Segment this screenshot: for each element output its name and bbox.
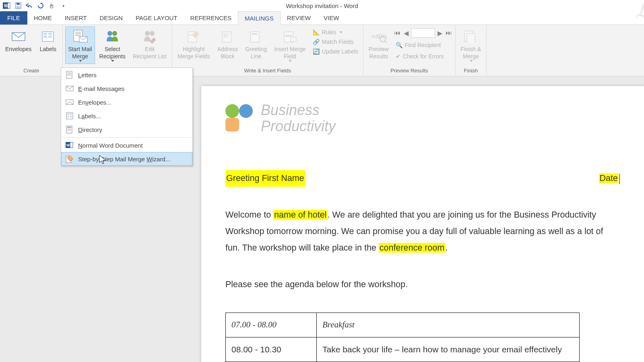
tab-design[interactable]: DESIGN xyxy=(93,11,129,25)
wizard-icon xyxy=(65,154,74,163)
greeting-line-label: Greeting Line xyxy=(245,45,267,60)
envelopes-dd-icon xyxy=(65,98,74,107)
paragraph-1[interactable]: Welcome to name of hotel. We are delight… xyxy=(225,207,620,256)
svg-text:W: W xyxy=(66,143,70,147)
svg-rect-27 xyxy=(250,32,259,42)
dd-email-label: E-mail Messages xyxy=(78,85,124,92)
record-number-input[interactable] xyxy=(411,28,435,38)
envelopes-button[interactable]: Envelopes xyxy=(2,27,34,55)
agenda-table[interactable]: 07.00 - 08.00Breakfast 08.00 - 10.30Take… xyxy=(225,313,580,362)
start-mail-merge-icon xyxy=(72,29,88,45)
hotel-placeholder[interactable]: name of hotel xyxy=(273,210,327,220)
separator xyxy=(62,137,192,138)
word-icon[interactable]: W xyxy=(2,1,12,10)
agenda-item[interactable]: Breakfast xyxy=(317,313,580,337)
svg-rect-44 xyxy=(67,113,69,115)
tab-view[interactable]: VIEW xyxy=(317,11,345,25)
group-create: Envelopes Labels Create xyxy=(0,25,63,76)
tab-insert[interactable]: INSERT xyxy=(58,11,93,25)
svg-rect-15 xyxy=(75,35,81,36)
svg-rect-46 xyxy=(67,116,69,117)
tab-home[interactable]: HOME xyxy=(27,11,58,25)
dd-email[interactable]: E-mail Messages xyxy=(61,82,192,95)
logo: Business Productivity xyxy=(225,102,620,134)
svg-rect-9 xyxy=(48,33,52,35)
table-row[interactable]: 08.00 - 10.30Take back your life – learn… xyxy=(226,337,580,362)
dd-letters[interactable]: Letters xyxy=(61,68,192,82)
match-fields-label: Match Fields xyxy=(322,39,354,45)
svg-rect-11 xyxy=(48,36,52,38)
dd-directory[interactable]: Directory xyxy=(61,123,192,136)
table-row[interactable]: 07.00 - 08.00Breakfast xyxy=(226,313,580,337)
agenda-item[interactable]: Take back your life – learn how to manag… xyxy=(317,337,580,362)
insert-merge-field-label: Insert Merge Field xyxy=(274,45,306,60)
logo-line2: Productivity xyxy=(261,118,336,134)
prev-record-icon: ◀ xyxy=(402,29,410,37)
rules-label: Rules xyxy=(322,29,336,35)
record-navigation: ⏮ ◀ ▶ ⏭ xyxy=(393,28,453,38)
start-mail-merge-button[interactable]: Start Mail Merge xyxy=(65,27,95,64)
touch-mode-icon[interactable] xyxy=(47,1,57,10)
envelope-icon xyxy=(10,29,27,45)
dd-labels-label: Labels... xyxy=(78,113,101,119)
labels-button[interactable]: Labels xyxy=(36,27,60,55)
date-placeholder[interactable]: Date xyxy=(599,173,619,183)
preview-results-icon: «abc» xyxy=(371,29,387,45)
agenda-time[interactable]: 08.00 - 10.30 xyxy=(226,337,317,362)
email-icon xyxy=(65,84,74,93)
edit-recipient-list-button: Edit Recipient List xyxy=(130,27,169,62)
svg-rect-2 xyxy=(8,3,10,8)
group-create-label: Create xyxy=(2,67,60,75)
tab-page-layout[interactable]: PAGE LAYOUT xyxy=(129,11,184,25)
svg-rect-49 xyxy=(67,127,71,128)
undo-icon[interactable] xyxy=(24,1,35,10)
qat-customize-icon[interactable]: ▾ xyxy=(58,1,68,10)
paragraph-2[interactable]: Please see the agenda below for the work… xyxy=(225,276,620,293)
tab-mailings[interactable]: MAILINGS xyxy=(238,11,281,25)
finish-merge-button: Finish & Merge xyxy=(458,27,484,64)
tab-file[interactable]: FILE xyxy=(0,11,27,25)
select-recipients-button[interactable]: Select Recipients xyxy=(97,27,128,64)
dd-envelopes[interactable]: Envelopes... xyxy=(61,95,192,109)
preview-results-label: Preview Results xyxy=(369,45,389,60)
tab-references[interactable]: REFERENCES xyxy=(184,11,238,25)
svg-line-34 xyxy=(385,41,387,43)
dd-letters-label: Letters xyxy=(78,72,97,78)
document-page[interactable]: Business Productivity Greeting First Nam… xyxy=(201,86,644,362)
room-placeholder[interactable]: conference room xyxy=(379,243,445,253)
document-body[interactable]: Greeting First Name Date Welcome to name… xyxy=(225,170,620,362)
dd-envelopes-label: Envelopes... xyxy=(78,99,111,106)
highlight-merge-fields-button: Highlight Merge Fields xyxy=(175,27,213,62)
finish-merge-label: Finish & Merge xyxy=(461,45,481,60)
title-bar: W ▾ Workshop invitation - Word ℒ xyxy=(0,0,644,11)
dd-normal-doc[interactable]: W Normal Word Document xyxy=(61,138,192,152)
group-write-label: Write & Insert Fields xyxy=(175,67,361,75)
svg-rect-5 xyxy=(16,6,20,8)
dd-wizard-label: Step-by-Step Mail Merge Wizard... xyxy=(78,156,170,162)
document-title: Workshop invitation - Word xyxy=(286,2,358,9)
svg-rect-24 xyxy=(223,33,228,34)
greeting-line-icon xyxy=(248,29,264,45)
redo-icon[interactable] xyxy=(35,1,46,10)
svg-point-19 xyxy=(145,31,150,36)
agenda-time[interactable]: 07.00 - 08.00 xyxy=(226,313,317,337)
update-labels-button: 🔄Update Labels xyxy=(310,47,361,56)
svg-rect-47 xyxy=(70,116,72,117)
dd-labels[interactable]: Labels... xyxy=(61,109,192,123)
greeting-placeholder[interactable]: Greeting First Name xyxy=(225,170,305,187)
group-write-insert: Highlight Merge Fields Address Block Gre… xyxy=(172,25,363,76)
tab-review[interactable]: REVIEW xyxy=(281,11,317,25)
edit-recipient-list-label: Edit Recipient List xyxy=(133,45,167,60)
svg-rect-10 xyxy=(43,36,47,38)
greeting-line-button: Greeting Line xyxy=(242,27,270,62)
logo-text: Business Productivity xyxy=(261,102,336,134)
svg-point-20 xyxy=(150,31,155,36)
dd-directory-label: Directory xyxy=(78,126,102,133)
svg-rect-30 xyxy=(285,35,292,37)
dd-wizard[interactable]: Step-by-Step Mail Merge Wizard... xyxy=(61,152,192,166)
text-cursor xyxy=(619,174,620,184)
save-icon[interactable] xyxy=(13,1,23,10)
find-recipient-button: 🔍Find Recipient xyxy=(393,41,453,49)
highlight-label: Highlight Merge Fields xyxy=(178,45,210,60)
group-finish-label: Finish xyxy=(458,67,484,75)
